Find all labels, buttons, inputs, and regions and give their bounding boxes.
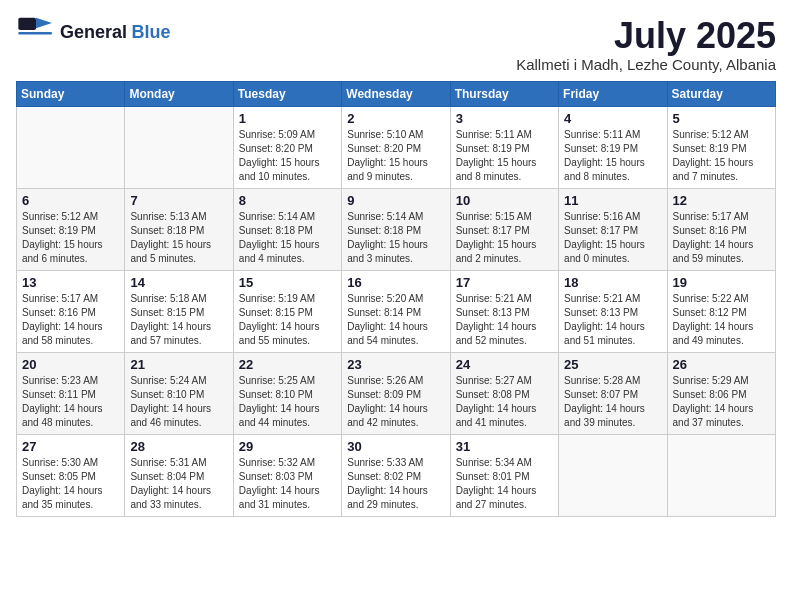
day-info: Sunrise: 5:16 AMSunset: 8:17 PMDaylight:… [564,210,661,266]
day-info: Sunrise: 5:17 AMSunset: 8:16 PMDaylight:… [22,292,119,348]
calendar-week-row: 27Sunrise: 5:30 AMSunset: 8:05 PMDayligh… [17,434,776,516]
day-info: Sunrise: 5:31 AMSunset: 8:04 PMDaylight:… [130,456,227,512]
day-number: 25 [564,357,661,372]
day-info: Sunrise: 5:12 AMSunset: 8:19 PMDaylight:… [673,128,770,184]
day-number: 12 [673,193,770,208]
calendar-cell: 28Sunrise: 5:31 AMSunset: 8:04 PMDayligh… [125,434,233,516]
day-info: Sunrise: 5:21 AMSunset: 8:13 PMDaylight:… [564,292,661,348]
logo: General Blue [16,16,171,48]
day-number: 27 [22,439,119,454]
calendar-week-row: 1Sunrise: 5:09 AMSunset: 8:20 PMDaylight… [17,106,776,188]
day-info: Sunrise: 5:26 AMSunset: 8:09 PMDaylight:… [347,374,444,430]
calendar-cell [559,434,667,516]
day-number: 22 [239,357,336,372]
calendar-cell: 17Sunrise: 5:21 AMSunset: 8:13 PMDayligh… [450,270,558,352]
day-info: Sunrise: 5:30 AMSunset: 8:05 PMDaylight:… [22,456,119,512]
day-info: Sunrise: 5:33 AMSunset: 8:02 PMDaylight:… [347,456,444,512]
calendar-cell: 19Sunrise: 5:22 AMSunset: 8:12 PMDayligh… [667,270,775,352]
day-number: 26 [673,357,770,372]
calendar-cell: 4Sunrise: 5:11 AMSunset: 8:19 PMDaylight… [559,106,667,188]
calendar-cell: 30Sunrise: 5:33 AMSunset: 8:02 PMDayligh… [342,434,450,516]
day-number: 30 [347,439,444,454]
day-info: Sunrise: 5:19 AMSunset: 8:15 PMDaylight:… [239,292,336,348]
weekday-header-friday: Friday [559,81,667,106]
day-number: 17 [456,275,553,290]
calendar-cell: 13Sunrise: 5:17 AMSunset: 8:16 PMDayligh… [17,270,125,352]
day-number: 18 [564,275,661,290]
calendar-cell: 15Sunrise: 5:19 AMSunset: 8:15 PMDayligh… [233,270,341,352]
calendar-cell: 11Sunrise: 5:16 AMSunset: 8:17 PMDayligh… [559,188,667,270]
day-number: 13 [22,275,119,290]
calendar-cell: 18Sunrise: 5:21 AMSunset: 8:13 PMDayligh… [559,270,667,352]
day-info: Sunrise: 5:29 AMSunset: 8:06 PMDaylight:… [673,374,770,430]
calendar-week-row: 6Sunrise: 5:12 AMSunset: 8:19 PMDaylight… [17,188,776,270]
month-title: July 2025 [516,16,776,56]
calendar-cell: 16Sunrise: 5:20 AMSunset: 8:14 PMDayligh… [342,270,450,352]
day-number: 28 [130,439,227,454]
day-number: 16 [347,275,444,290]
calendar-cell: 24Sunrise: 5:27 AMSunset: 8:08 PMDayligh… [450,352,558,434]
weekday-header-saturday: Saturday [667,81,775,106]
day-number: 7 [130,193,227,208]
day-number: 9 [347,193,444,208]
day-info: Sunrise: 5:27 AMSunset: 8:08 PMDaylight:… [456,374,553,430]
day-number: 1 [239,111,336,126]
day-info: Sunrise: 5:09 AMSunset: 8:20 PMDaylight:… [239,128,336,184]
day-info: Sunrise: 5:11 AMSunset: 8:19 PMDaylight:… [564,128,661,184]
day-number: 14 [130,275,227,290]
day-number: 3 [456,111,553,126]
weekday-header-tuesday: Tuesday [233,81,341,106]
calendar-cell: 25Sunrise: 5:28 AMSunset: 8:07 PMDayligh… [559,352,667,434]
weekday-header-thursday: Thursday [450,81,558,106]
day-info: Sunrise: 5:28 AMSunset: 8:07 PMDaylight:… [564,374,661,430]
title-block: July 2025 Kallmeti i Madh, Lezhe County,… [516,16,776,73]
calendar-cell: 6Sunrise: 5:12 AMSunset: 8:19 PMDaylight… [17,188,125,270]
day-number: 20 [22,357,119,372]
day-number: 24 [456,357,553,372]
weekday-header-monday: Monday [125,81,233,106]
calendar-cell: 31Sunrise: 5:34 AMSunset: 8:01 PMDayligh… [450,434,558,516]
calendar-week-row: 13Sunrise: 5:17 AMSunset: 8:16 PMDayligh… [17,270,776,352]
calendar-cell: 14Sunrise: 5:18 AMSunset: 8:15 PMDayligh… [125,270,233,352]
calendar-cell: 1Sunrise: 5:09 AMSunset: 8:20 PMDaylight… [233,106,341,188]
day-number: 23 [347,357,444,372]
day-number: 2 [347,111,444,126]
calendar-cell: 22Sunrise: 5:25 AMSunset: 8:10 PMDayligh… [233,352,341,434]
calendar-cell: 26Sunrise: 5:29 AMSunset: 8:06 PMDayligh… [667,352,775,434]
day-info: Sunrise: 5:25 AMSunset: 8:10 PMDaylight:… [239,374,336,430]
day-number: 15 [239,275,336,290]
day-info: Sunrise: 5:14 AMSunset: 8:18 PMDaylight:… [347,210,444,266]
day-number: 4 [564,111,661,126]
day-number: 10 [456,193,553,208]
calendar-header-row: SundayMondayTuesdayWednesdayThursdayFrid… [17,81,776,106]
weekday-header-wednesday: Wednesday [342,81,450,106]
logo-general: General [60,22,127,42]
calendar-cell [667,434,775,516]
calendar-cell: 29Sunrise: 5:32 AMSunset: 8:03 PMDayligh… [233,434,341,516]
day-number: 6 [22,193,119,208]
day-number: 21 [130,357,227,372]
day-info: Sunrise: 5:32 AMSunset: 8:03 PMDaylight:… [239,456,336,512]
day-info: Sunrise: 5:22 AMSunset: 8:12 PMDaylight:… [673,292,770,348]
svg-rect-0 [18,18,36,30]
day-info: Sunrise: 5:34 AMSunset: 8:01 PMDaylight:… [456,456,553,512]
day-info: Sunrise: 5:23 AMSunset: 8:11 PMDaylight:… [22,374,119,430]
calendar-week-row: 20Sunrise: 5:23 AMSunset: 8:11 PMDayligh… [17,352,776,434]
calendar-cell: 2Sunrise: 5:10 AMSunset: 8:20 PMDaylight… [342,106,450,188]
day-info: Sunrise: 5:12 AMSunset: 8:19 PMDaylight:… [22,210,119,266]
day-info: Sunrise: 5:21 AMSunset: 8:13 PMDaylight:… [456,292,553,348]
day-number: 19 [673,275,770,290]
day-number: 31 [456,439,553,454]
calendar-cell: 27Sunrise: 5:30 AMSunset: 8:05 PMDayligh… [17,434,125,516]
calendar-cell: 20Sunrise: 5:23 AMSunset: 8:11 PMDayligh… [17,352,125,434]
calendar-cell: 21Sunrise: 5:24 AMSunset: 8:10 PMDayligh… [125,352,233,434]
day-info: Sunrise: 5:13 AMSunset: 8:18 PMDaylight:… [130,210,227,266]
svg-marker-1 [36,18,52,29]
location-title: Kallmeti i Madh, Lezhe County, Albania [516,56,776,73]
day-info: Sunrise: 5:11 AMSunset: 8:19 PMDaylight:… [456,128,553,184]
logo-icon [16,16,56,46]
day-info: Sunrise: 5:10 AMSunset: 8:20 PMDaylight:… [347,128,444,184]
calendar-cell: 8Sunrise: 5:14 AMSunset: 8:18 PMDaylight… [233,188,341,270]
calendar-cell: 23Sunrise: 5:26 AMSunset: 8:09 PMDayligh… [342,352,450,434]
day-info: Sunrise: 5:15 AMSunset: 8:17 PMDaylight:… [456,210,553,266]
